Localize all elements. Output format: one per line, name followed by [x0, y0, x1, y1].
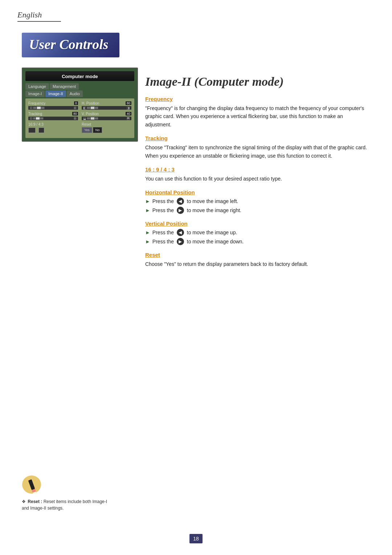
tabs-row2: Image-I Image-II Audio	[25, 90, 134, 97]
reset-no-button[interactable]: No	[93, 127, 102, 133]
tabs-row1: Language Management	[25, 83, 134, 90]
reset-yes-button[interactable]: Yes	[82, 127, 92, 133]
tracking-slider[interactable]: ⊟ ⊞	[28, 117, 78, 120]
aspect-widescreen-icon[interactable]	[28, 127, 36, 133]
v-position-slider[interactable]: ⬓ ⬒	[82, 117, 131, 120]
freq-right-icon: ⊞	[74, 106, 77, 110]
frequency-slider[interactable]: ⊟ ⊞	[28, 106, 78, 110]
v-position-bullet-1: ► Press the ◀ to move the image up.	[145, 229, 370, 236]
down-arrow-btn[interactable]: ▶	[177, 238, 184, 245]
h-position-item: H. Position 80 ◧ ◨	[82, 101, 131, 110]
frequency-heading: Frequency	[145, 96, 370, 102]
frequency-value: 0	[74, 101, 78, 105]
tab-image-i[interactable]: Image-I	[25, 90, 45, 97]
hpos-right-icon: ◨	[127, 106, 130, 110]
hpos-left-icon: ◧	[83, 106, 86, 110]
note-box: ❖ Reset : Reset items include both Image…	[22, 474, 109, 511]
freq-left-icon: ⊟	[30, 106, 33, 110]
tab-audio[interactable]: Audio	[67, 90, 83, 97]
computer-mode-panel: Computer mode Language Management Image-…	[22, 68, 138, 142]
h-position-bullet-2: ► Press the ▶ to move the image right.	[145, 207, 370, 214]
content-wrapper: Computer mode Language Management Image-…	[22, 68, 370, 270]
reset-row: Yes No	[82, 127, 131, 133]
reset-item: Reset Yes No	[82, 122, 131, 133]
v-position-value: 40	[126, 112, 131, 116]
tab-language[interactable]: Language	[25, 83, 49, 90]
vpos-left-icon: ⬓	[83, 117, 86, 120]
reset-label-menu: Reset	[82, 122, 131, 126]
v-position-bullet-2: ► Press the ▶ to move the image down.	[145, 238, 370, 245]
h-position-slider[interactable]: ◧ ◨	[82, 106, 131, 110]
aspect-heading: 16 : 9 / 4 : 3	[145, 166, 370, 173]
menu-row-2: Tracking 80 ⊟ ⊞	[28, 112, 131, 120]
left-column: Computer mode Language Management Image-…	[22, 68, 145, 142]
reset-text: Choose "Yes" to return the display param…	[145, 260, 370, 268]
tracking-heading: Tracking	[145, 135, 370, 141]
h-position-heading: Horizontal Position	[145, 189, 370, 195]
menu-content: Frequency 0 ⊟ ⊞	[25, 98, 134, 138]
arrow-icon-4: ►	[145, 239, 150, 244]
user-controls-title-box: User Controls	[22, 33, 119, 57]
computer-mode-title-bar: Computer mode	[25, 71, 134, 81]
v-position-heading: Vertical Position	[145, 220, 370, 227]
tab-management[interactable]: Management	[50, 83, 79, 90]
frequency-label: Frequency 0	[28, 101, 78, 105]
arrow-icon-3: ►	[145, 230, 150, 235]
note-text: ❖ Reset : Reset items include both Image…	[22, 498, 109, 511]
page-number: 18	[189, 534, 203, 543]
arrow-icon-1: ►	[145, 198, 150, 204]
h-position-label: H. Position 80	[82, 101, 131, 105]
image2-title: Image-II (Computer mode)	[145, 68, 370, 89]
tracking-label: Tracking 80	[28, 112, 78, 116]
tracking-left-icon: ⊟	[30, 117, 33, 120]
arrow-icon-2: ►	[145, 207, 150, 213]
tracking-value: 80	[72, 112, 78, 116]
left-arrow-btn[interactable]: ◀	[177, 198, 184, 205]
note-pencil-icon	[22, 474, 42, 494]
frequency-text: "Frequency" is for changing the display …	[145, 104, 370, 129]
tab-image-ii[interactable]: Image-II	[45, 90, 66, 97]
user-controls-title-text: User Controls	[29, 37, 109, 52]
v-position-item: V. Position 40 ⬓ ⬒	[82, 112, 131, 120]
computer-mode-title: Computer mode	[62, 74, 98, 79]
main-content: User Controls Computer mode Language Man…	[22, 33, 370, 270]
aspect-item: 16:9 / 4:3	[28, 122, 78, 133]
aspect-standard-icon[interactable]	[38, 127, 44, 133]
h-position-bullet-1: ► Press the ◀ to move the image left.	[145, 198, 370, 205]
tracking-right-icon: ⊞	[74, 117, 77, 120]
aspect-text: You can use this function to fit your de…	[145, 175, 370, 183]
menu-row-1: Frequency 0 ⊟ ⊞	[28, 101, 131, 110]
tracking-item: Tracking 80 ⊟ ⊞	[28, 112, 78, 120]
english-label: English	[17, 10, 61, 20]
h-position-value: 80	[126, 101, 131, 105]
aspect-label: 16:9 / 4:3	[28, 122, 78, 126]
tracking-text: Choose "Tracking" item to synchronize th…	[145, 143, 370, 160]
note-bold: Reset :	[28, 499, 42, 504]
reset-heading: Reset	[145, 252, 370, 258]
v-position-label: V. Position 40	[82, 112, 131, 116]
english-underline	[17, 21, 61, 22]
vpos-right-icon: ⬒	[127, 117, 130, 120]
right-column: Image-II (Computer mode) Frequency "Freq…	[145, 68, 370, 270]
frequency-item: Frequency 0 ⊟ ⊞	[28, 101, 78, 110]
menu-row-3: 16:9 / 4:3 Reset Y	[28, 122, 131, 133]
right-arrow-btn[interactable]: ▶	[177, 207, 184, 214]
english-header: English	[17, 10, 61, 22]
aspect-icons	[28, 127, 78, 133]
up-arrow-btn[interactable]: ◀	[177, 229, 184, 236]
